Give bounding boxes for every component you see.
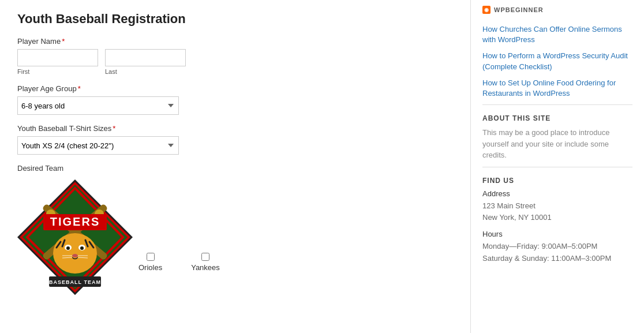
sidebar-link-3[interactable]: How to Set Up Online Food Ordering for R… [482,78,632,99]
age-group-select[interactable]: 6-8 years old 9-11 years old 12-14 years… [17,96,179,115]
sidebar-link-1[interactable]: How Churches Can Offer Online Sermons wi… [482,24,632,45]
required-star-tshirt: * [113,124,115,133]
desired-team-label: Desired Team [17,164,453,173]
player-name-label: Player Name* [17,37,453,46]
age-group-group: Player Age Group* 6-8 years old 9-11 yea… [17,84,453,115]
svg-point-17 [80,246,84,250]
desired-team-group: Desired Team [17,164,453,295]
sidebar: ◉ WPBEGINNER How Churches Can Offer Onli… [471,0,644,333]
tshirt-group: Youth Baseball T-Shirt Sizes* Youth XS 2… [17,124,453,155]
find-us-section: FIND US Address 123 Main Street New York… [482,177,632,265]
first-name-wrap: First [17,49,98,75]
orioles-label: Orioles [138,263,162,272]
rss-icon: ◉ [482,6,491,14]
yankees-option: Yankees [191,253,220,272]
team-options: TIGERS [17,179,453,295]
player-name-group: Player Name* First Last [17,37,453,75]
name-fields: First Last [17,49,453,75]
last-name-wrap: Last [105,49,186,75]
tshirt-label: Youth Baseball T-Shirt Sizes* [17,124,453,133]
find-us-title: FIND US [482,177,632,185]
yankees-label: Yankees [191,263,220,272]
svg-text:TIGERS: TIGERS [50,215,100,228]
hours-line-2: Saturday & Sunday: 11:00AM–3:00PM [482,253,632,265]
hours-line-1: Monday—Friday: 9:00AM–5:00PM [482,241,632,253]
svg-text:BASEBALL TEAM: BASEBALL TEAM [49,279,101,285]
svg-point-16 [66,246,70,250]
orioles-checkbox[interactable] [147,253,155,261]
page-wrapper: Youth Baseball Registration Player Name*… [0,0,644,333]
about-title: ABOUT THIS SITE [482,114,632,122]
address-line-2: New York, NY 10001 [482,212,632,224]
required-star: * [62,37,65,46]
rss-header: ◉ WPBEGINNER [482,6,632,17]
divider-1 [482,104,632,105]
svg-point-18 [72,254,78,257]
form-title: Youth Baseball Registration [17,12,453,27]
tigers-logo: TIGERS [17,179,133,295]
required-star-age: * [78,84,81,93]
last-label: Last [105,68,186,75]
address-line-1: 123 Main Street [482,200,632,212]
hours-label: Hours [482,230,632,238]
yankees-checkbox[interactable] [201,253,209,261]
orioles-option: Orioles [138,253,162,272]
first-name-input[interactable] [17,49,98,66]
tshirt-select[interactable]: Youth XS 2/4 (chest 20-22") Youth S 6/8 … [17,136,179,155]
last-name-input[interactable] [105,49,186,66]
svg-point-9 [53,233,97,274]
divider-2 [482,167,632,167]
sidebar-brand: WPBEGINNER [494,6,544,13]
age-group-label: Player Age Group* [17,84,453,93]
sidebar-link-2[interactable]: How to Perform a WordPress Security Audi… [482,51,632,72]
first-label: First [17,68,98,75]
main-content: Youth Baseball Registration Player Name*… [0,0,471,333]
about-section: ABOUT THIS SITE This may be a good place… [482,114,632,161]
about-text: This may be a good place to introduce yo… [482,127,632,161]
address-label: Address [482,189,632,198]
